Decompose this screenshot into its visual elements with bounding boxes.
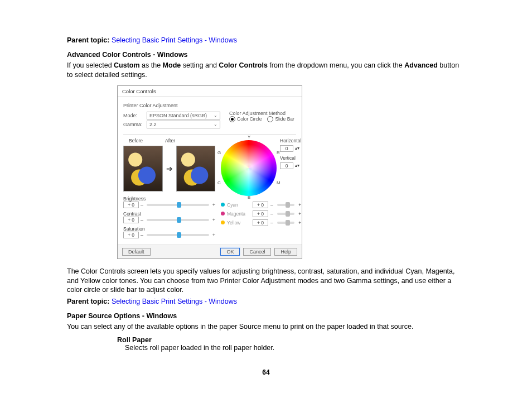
yellow-slider[interactable]	[277, 222, 295, 224]
radio-color-circle[interactable]: Color Circle	[229, 116, 262, 122]
wheel-label-r: R	[277, 150, 280, 155]
yellow-spinner[interactable]: + 0	[253, 219, 268, 226]
parent-topic-label: Parent topic:	[67, 36, 109, 44]
wheel-label-m: M	[277, 180, 280, 185]
chevron-down-icon: ⌄	[214, 122, 217, 127]
chevron-down-icon: ⌄	[214, 113, 217, 118]
color-controls-dialog: Color Controls Printer Color Adjustment …	[117, 85, 302, 259]
brightness-label: Brightness	[123, 196, 215, 202]
wheel-label-g: G	[217, 150, 221, 155]
parent-topic-link-1[interactable]: Selecting Basic Print Settings - Windows	[112, 36, 237, 44]
parent-topic-label: Parent topic:	[67, 298, 109, 305]
saturation-spinner[interactable]: + 0	[123, 232, 139, 238]
roll-paper-term: Roll Paper	[117, 336, 465, 344]
color-adj-method-label: Color Adjustment Method	[229, 111, 296, 116]
arrow-right-icon: ➔	[166, 164, 173, 173]
cancel-button[interactable]: Cancel	[243, 248, 271, 256]
magenta-spinner[interactable]: + 0	[253, 210, 268, 217]
page-number: 64	[67, 368, 465, 376]
help-button[interactable]: Help	[274, 248, 297, 256]
vertical-label: Vertical	[280, 155, 301, 161]
vertical-spinner[interactable]: 0	[280, 162, 293, 169]
ok-button[interactable]: OK	[220, 248, 240, 256]
stepper-icon[interactable]: ▴▾	[295, 146, 299, 151]
gamma-label: Gamma:	[123, 122, 143, 127]
printer-color-adjustment-label: Printer Color Adjustment	[123, 103, 296, 108]
section-heading-advanced-color: Advanced Color Controls - Windows	[67, 51, 465, 59]
magenta-slider[interactable]	[277, 213, 295, 215]
saturation-label: Saturation	[123, 226, 215, 232]
wheel-label-c: C	[217, 180, 221, 185]
yellow-dot-icon	[221, 221, 225, 224]
horizontal-spinner[interactable]: 0	[280, 145, 293, 152]
radio-slide-bar[interactable]: Slide Bar	[267, 116, 294, 122]
brightness-spinner[interactable]: + 0	[123, 202, 139, 208]
brightness-slider[interactable]	[147, 204, 209, 206]
mode-label: Mode:	[123, 113, 143, 118]
parent-topic-line: Parent topic: Selecting Basic Print Sett…	[67, 36, 465, 45]
yellow-label: Yellow	[227, 220, 250, 226]
default-button[interactable]: Default	[122, 248, 151, 256]
parent-topic-line-2: Parent topic: Selecting Basic Print Sett…	[67, 297, 465, 306]
paper-source-intro: You can select any of the available opti…	[67, 322, 465, 332]
roll-paper-def: Selects roll paper loaded in the roll pa…	[125, 344, 465, 352]
magenta-dot-icon	[221, 212, 225, 215]
horizontal-label: Horizontal	[280, 138, 301, 143]
contrast-label: Contrast	[123, 211, 215, 217]
before-label: Before	[129, 138, 143, 143]
magenta-label: Magenta	[227, 211, 250, 217]
cyan-label: Cyan	[227, 202, 250, 208]
before-thumbnail	[123, 146, 163, 191]
wheel-label-y: Y	[248, 135, 250, 140]
section-heading-paper-source: Paper Source Options - Windows	[67, 312, 465, 320]
contrast-spinner[interactable]: + 0	[123, 217, 139, 223]
dialog-title: Color Controls	[118, 86, 302, 97]
parent-topic-link-2[interactable]: Selecting Basic Print Settings - Windows	[112, 298, 237, 305]
saturation-slider[interactable]	[147, 234, 209, 236]
color-controls-description: The Color Controls screen lets you speci…	[67, 267, 465, 295]
cyan-spinner[interactable]: + 0	[253, 202, 268, 208]
cyan-slider[interactable]	[277, 204, 295, 206]
contrast-slider[interactable]	[147, 219, 209, 221]
color-wheel[interactable]	[221, 140, 277, 196]
after-thumbnail	[176, 146, 216, 191]
stepper-icon[interactable]: ▴▾	[295, 163, 299, 168]
gamma-select[interactable]: 2.2⌄	[147, 121, 220, 128]
mode-select[interactable]: EPSON Standard (sRGB)⌄	[147, 112, 220, 119]
advanced-intro-para: If you selected Custom as the Mode setti…	[67, 61, 465, 80]
cyan-dot-icon	[221, 203, 225, 207]
after-label: After	[165, 138, 175, 143]
